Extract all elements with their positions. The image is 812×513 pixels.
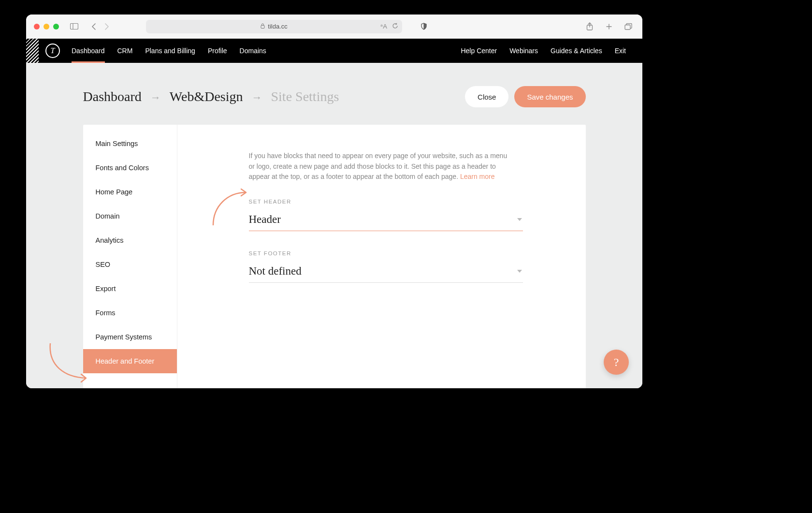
window-controls: [34, 24, 59, 29]
window-minimize-button[interactable]: [44, 24, 49, 29]
new-tab-icon[interactable]: [603, 20, 615, 33]
sidebar-item-payment-systems[interactable]: Payment Systems: [83, 325, 177, 349]
nav-guides-articles[interactable]: Guides & Articles: [551, 47, 602, 62]
header-select-value: Header: [249, 213, 281, 226]
lock-icon: [261, 23, 265, 29]
footer-select[interactable]: Not defined: [249, 262, 523, 283]
address-bar[interactable]: tilda.cc ᵃA: [146, 20, 402, 33]
app-logo[interactable]: T: [45, 44, 60, 58]
nav-webinars[interactable]: Webinars: [509, 47, 538, 62]
set-header-field: SET HEADER Header: [249, 199, 523, 231]
sidebar-item-seo[interactable]: SEO: [83, 252, 177, 277]
sidebar-item-fonts-colors[interactable]: Fonts and Colors: [83, 156, 177, 180]
tabs-icon[interactable]: [622, 20, 635, 33]
settings-sidebar: Main Settings Fonts and Colors Home Page…: [83, 125, 177, 388]
crumb-project[interactable]: Web&Design: [170, 89, 243, 104]
sidebar-item-main-settings[interactable]: Main Settings: [83, 132, 177, 156]
svg-rect-4: [625, 25, 630, 29]
footer-select-value: Not defined: [249, 265, 302, 278]
browser-nav-buttons: [87, 20, 113, 33]
page-actions: Close Save changes: [465, 86, 585, 107]
settings-main: If you have blocks that need to appear o…: [177, 125, 586, 388]
sidebar-item-export[interactable]: Export: [83, 277, 177, 301]
chevron-down-icon: [517, 218, 522, 221]
sidebar-toggle-icon[interactable]: [68, 20, 80, 33]
svg-rect-2: [261, 26, 264, 29]
sidebar-item-forms[interactable]: Forms: [83, 301, 177, 325]
sidebar-item-header-footer[interactable]: Header and Footer: [83, 349, 177, 373]
back-button[interactable]: [87, 20, 100, 33]
breadcrumb: Dashboard → Web&Design → Site Settings: [83, 89, 339, 104]
nav-crm[interactable]: CRM: [117, 47, 133, 62]
learn-more-link[interactable]: Learn more: [460, 173, 495, 180]
crumb-current: Site Settings: [271, 89, 339, 104]
nav-exit[interactable]: Exit: [615, 47, 626, 62]
app-nav: T Dashboard CRM Plans and Billing Profil…: [26, 39, 642, 63]
crumb-dashboard[interactable]: Dashboard: [83, 89, 142, 104]
help-fab[interactable]: ?: [604, 350, 629, 375]
crumb-sep: →: [252, 91, 262, 104]
sidebar-item-home-page[interactable]: Home Page: [83, 180, 177, 204]
nav-domains[interactable]: Domains: [240, 47, 266, 62]
set-footer-field: SET FOOTER Not defined: [249, 250, 523, 283]
annotation-arrow-header: [208, 187, 252, 230]
breadcrumb-row: Dashboard → Web&Design → Site Settings C…: [83, 86, 586, 125]
window-close-button[interactable]: [34, 24, 40, 29]
chevron-down-icon: [517, 270, 522, 273]
logo-letter: T: [51, 46, 55, 55]
browser-chrome: tilda.cc ᵃA: [26, 15, 642, 39]
translate-icon[interactable]: ᵃA: [380, 23, 387, 30]
svg-rect-0: [70, 24, 78, 29]
header-select[interactable]: Header: [249, 210, 523, 231]
save-button[interactable]: Save changes: [514, 86, 585, 107]
sidebar-item-analytics[interactable]: Analytics: [83, 228, 177, 252]
shield-icon[interactable]: [418, 20, 430, 33]
help-fab-label: ?: [614, 356, 619, 369]
reload-icon[interactable]: [392, 23, 398, 30]
close-button[interactable]: Close: [465, 86, 508, 107]
nav-dashboard[interactable]: Dashboard: [72, 47, 105, 62]
forward-button[interactable]: [101, 20, 113, 33]
nav-left-group: Dashboard CRM Plans and Billing Profile …: [72, 47, 266, 55]
browser-window: tilda.cc ᵃA T: [26, 15, 642, 388]
share-icon[interactable]: [583, 20, 596, 33]
address-bar-actions: ᵃA: [380, 23, 398, 30]
window-zoom-button[interactable]: [53, 24, 59, 29]
nav-plans-billing[interactable]: Plans and Billing: [145, 47, 195, 62]
intro-text: If you have blocks that need to appear o…: [249, 151, 510, 182]
nav-profile[interactable]: Profile: [208, 47, 227, 62]
nav-decoration: [26, 39, 39, 63]
url-text: tilda.cc: [268, 23, 287, 30]
settings-panel: Main Settings Fonts and Colors Home Page…: [83, 125, 586, 388]
set-header-label: SET HEADER: [249, 199, 523, 205]
sidebar-item-domain[interactable]: Domain: [83, 204, 177, 228]
nav-right-group: Help Center Webinars Guides & Articles E…: [461, 47, 626, 55]
crumb-sep: →: [150, 91, 161, 104]
nav-help-center[interactable]: Help Center: [461, 47, 497, 62]
page-body: Dashboard → Web&Design → Site Settings C…: [26, 63, 642, 388]
set-footer-label: SET FOOTER: [249, 250, 523, 256]
